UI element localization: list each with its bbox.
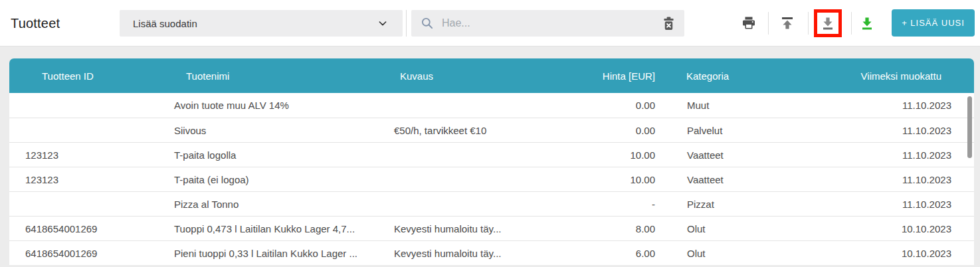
export-button[interactable]	[820, 15, 836, 31]
cell-modified: 11.10.2023	[791, 125, 974, 136]
cell-category: Olut	[658, 223, 791, 234]
cell-category: Vaatteet	[658, 174, 791, 185]
cell-modified: 11.10.2023	[791, 149, 974, 161]
column-header-category: Kategoria	[658, 70, 791, 82]
table-row[interactable]: Avoin tuote muu ALV 14% 0.00 Muut 11.10.…	[9, 93, 974, 118]
table-scrollbar-thumb[interactable]	[967, 96, 972, 158]
cell-price: -	[551, 199, 658, 210]
page-title: Tuotteet	[11, 15, 60, 31]
cell-modified: 10.10.2023	[791, 248, 974, 259]
printer-icon	[741, 15, 757, 31]
column-header-price: Hinta [EUR]	[551, 70, 658, 82]
cell-price: 8.00	[551, 223, 658, 234]
cell-product-name: Avoin tuote muu ALV 14%	[166, 100, 385, 111]
table-row[interactable]: Siivous €50/h, tarvikkeet €10 0.00 Palve…	[9, 118, 974, 142]
cell-description: Kevyesti humaloitu täy...	[385, 223, 551, 234]
cell-modified: 11.10.2023	[791, 174, 974, 185]
column-header-modified: Viimeksi muokattu	[791, 70, 974, 82]
cell-category: Pizzat	[658, 199, 791, 210]
cell-price: 10.00	[551, 174, 658, 185]
cell-modified: 10.10.2023	[791, 223, 974, 234]
cell-price: 0.00	[551, 100, 658, 111]
cell-product-name: Siivous	[166, 125, 385, 136]
cell-category: Olut	[658, 248, 791, 259]
cell-modified: 11.10.2023	[791, 199, 974, 210]
cell-product-name: T-paita logolla	[166, 149, 385, 161]
cell-modified: 11.10.2023	[791, 100, 974, 111]
download-green-icon	[859, 15, 875, 31]
table-row[interactable]: 6418654001269 Tuoppi 0,473 l Laitilan Ku…	[9, 216, 974, 240]
cell-price: 0.00	[551, 125, 658, 136]
search-icon	[421, 17, 434, 30]
table-row[interactable]: 123123 T-paita logolla 10.00 Vaatteet 11…	[9, 142, 974, 167]
toolbar-divider	[768, 12, 769, 35]
import-button[interactable]	[779, 15, 795, 31]
table-row[interactable]: 123123 T-paita (ei logoa) 10.00 Vaatteet…	[9, 167, 974, 191]
cell-product-name: Pizza al Tonno	[166, 199, 385, 210]
cell-price: 10.00	[551, 149, 658, 161]
cell-category: Palvelut	[658, 125, 791, 136]
cell-product-name: Tuoppi 0,473 l Laitilan Kukko Lager 4,7.…	[166, 223, 385, 234]
cell-description: €50/h, tarvikkeet €10	[385, 125, 551, 136]
add-new-button[interactable]: + LISÄÄ UUSI	[892, 9, 975, 37]
products-table: Tuotteen ID Tuotenimi Kuvaus Hinta [EUR]…	[9, 58, 974, 265]
add-filter-dropdown[interactable]: Lisää suodatin	[120, 10, 403, 37]
cell-product-id: 6418654001269	[9, 223, 166, 234]
table-header-row: Tuotteen ID Tuotenimi Kuvaus Hinta [EUR]…	[9, 58, 974, 93]
cell-product-id: 123123	[9, 149, 166, 161]
cell-product-name: T-paita (ei logoa)	[166, 174, 385, 185]
cell-product-name: Pieni tuoppi 0,33 l Laitilan Kukko Lager…	[166, 248, 385, 259]
column-header-product-id: Tuotteen ID	[9, 70, 166, 82]
column-header-product-name: Tuotenimi	[166, 70, 385, 82]
toolbar-divider	[851, 12, 852, 35]
cell-price: 6.00	[551, 248, 658, 259]
top-toolbar: Tuotteet Lisää suodatin	[0, 0, 980, 46]
print-button[interactable]	[741, 15, 757, 31]
column-header-description: Kuvaus	[385, 70, 551, 82]
highlight-red-box	[814, 9, 842, 37]
download-green-button[interactable]	[859, 15, 875, 31]
search-input[interactable]	[442, 17, 661, 29]
cell-category: Muut	[658, 100, 791, 111]
cell-description: Kevyesti humaloitu täy...	[385, 248, 551, 259]
upload-icon	[779, 15, 795, 31]
chevron-down-icon	[377, 18, 388, 29]
clear-search-icon[interactable]	[661, 15, 676, 32]
download-icon	[820, 15, 836, 31]
table-body: Avoin tuote muu ALV 14% 0.00 Muut 11.10.…	[9, 93, 974, 265]
toolbar-divider	[808, 12, 809, 35]
cell-category: Vaatteet	[658, 149, 791, 161]
cell-product-id: 123123	[9, 174, 166, 185]
table-row[interactable]: 6418654001269 Pieni tuoppi 0,33 l Laitil…	[9, 240, 974, 265]
search-box	[411, 10, 684, 37]
add-filter-label: Lisää suodatin	[133, 18, 197, 29]
toolbar-divider	[406, 10, 407, 37]
cell-product-id: 6418654001269	[9, 248, 166, 259]
table-row[interactable]: Pizza al Tonno - Pizzat 11.10.2023	[9, 191, 974, 216]
